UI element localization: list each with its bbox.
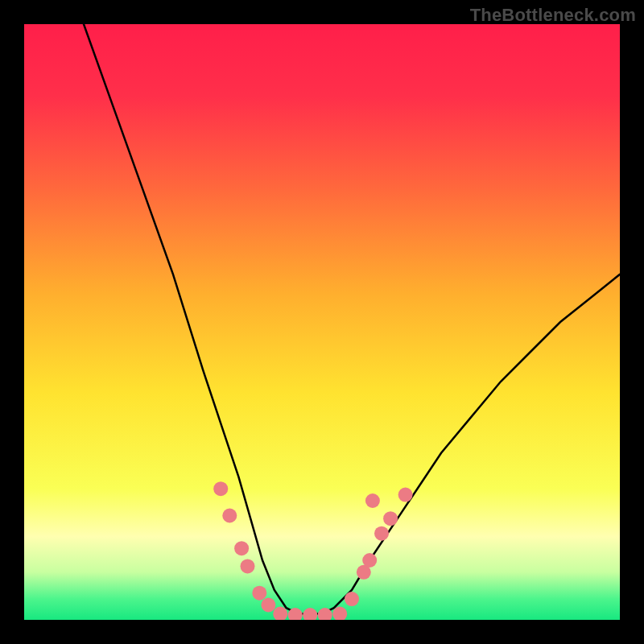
marker-dot xyxy=(241,559,255,573)
marker-dot xyxy=(398,488,413,502)
marker-dot xyxy=(252,586,266,601)
marker-dot xyxy=(222,509,237,523)
marker-dot xyxy=(273,607,287,620)
watermark-text: TheBottleneck.com xyxy=(470,5,636,26)
marker-dot xyxy=(345,592,359,606)
marker-dot xyxy=(303,608,317,620)
marker-dot xyxy=(365,493,380,508)
marker-dot xyxy=(374,526,389,541)
marker-dot xyxy=(234,541,249,555)
marker-dot xyxy=(362,553,377,568)
marker-dot xyxy=(332,607,347,620)
marker-dot xyxy=(213,481,228,496)
plot-area xyxy=(24,24,620,620)
highlight-markers xyxy=(213,481,412,620)
chart-svg xyxy=(24,24,620,620)
marker-dot xyxy=(383,511,398,526)
marker-dot xyxy=(261,598,275,613)
bottleneck-curve xyxy=(84,24,620,614)
